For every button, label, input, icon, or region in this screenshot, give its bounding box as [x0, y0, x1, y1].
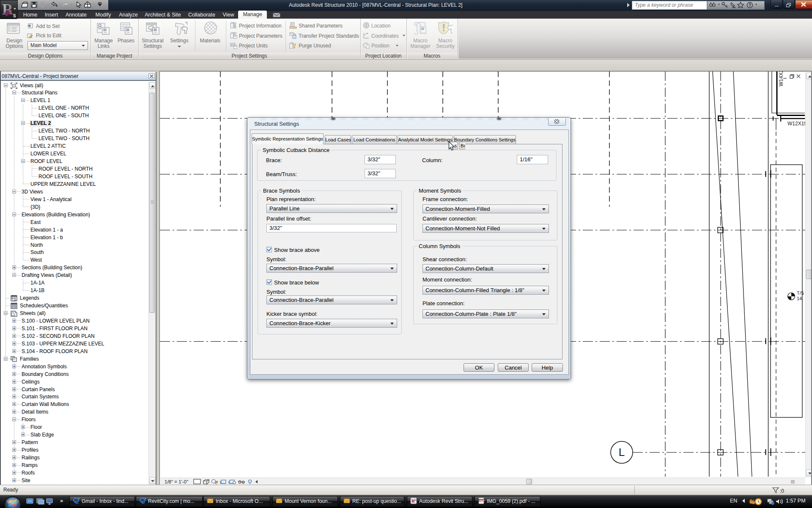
svg-text:S: S [13, 14, 16, 18]
svg-text:W12X19: W12X19 [787, 121, 805, 127]
svg-text::0: :0 [780, 488, 784, 494]
svg-text:14: 14 [797, 296, 802, 301]
svg-text:L: L [619, 446, 625, 458]
svg-text:?: ? [749, 3, 751, 8]
svg-text:10: 10 [414, 499, 417, 501]
svg-text:T/S: T/S [797, 290, 804, 295]
svg-text:PDF: PDF [480, 500, 485, 502]
